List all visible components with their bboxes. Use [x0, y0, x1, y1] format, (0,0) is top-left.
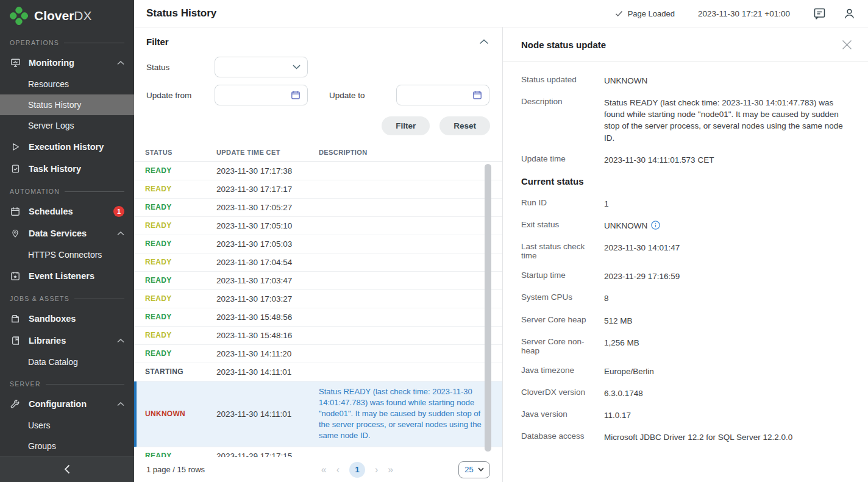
- filter-button[interactable]: Filter: [382, 116, 430, 135]
- sidebar-item-groups[interactable]: Groups: [0, 436, 134, 456]
- sidebar-item-label: Libraries: [29, 336, 109, 346]
- sidebar-item-sandboxes[interactable]: Sandboxes: [0, 308, 134, 330]
- sidebar-item-event-listeners[interactable]: Event Listeners: [0, 265, 134, 287]
- column-header-status: STATUS: [145, 149, 216, 156]
- detail-row: Update time 2023-11-30 14:11:01.573 CET: [521, 154, 851, 166]
- detail-row: Server Core non-heap 1,256 MB: [521, 337, 851, 355]
- detail-row: Run ID 1: [521, 198, 851, 210]
- status-cell: READY: [145, 331, 216, 339]
- sidebar-item-label: Sandboxes: [29, 314, 124, 324]
- table-header: STATUS UPDATE TIME CET DESCRIPTION: [134, 144, 502, 162]
- sidebar-item-configuration[interactable]: Configuration: [0, 393, 134, 415]
- info-icon[interactable]: [651, 221, 660, 230]
- monitor-icon: [10, 58, 21, 68]
- wrench-icon: [10, 399, 21, 409]
- table-row[interactable]: READY 2023-11-29 17:17:15: [134, 447, 502, 457]
- calendar-star-icon: [10, 271, 21, 281]
- page-loaded-status[interactable]: Page Loaded: [615, 9, 675, 18]
- table-row[interactable]: READY 2023-11-30 17:04:54: [134, 253, 502, 272]
- sidebar-item-https-connectors[interactable]: HTTPS Connectors: [0, 244, 134, 265]
- sidebar-item-monitoring[interactable]: Monitoring: [0, 52, 134, 74]
- table-row[interactable]: READY 2023-11-30 14:11:20: [134, 345, 502, 363]
- schedules-badge: 1: [113, 206, 124, 217]
- status-history-table: READY 2023-11-30 17:17:38 READY 2023-11-…: [134, 162, 502, 457]
- table-row[interactable]: READY 2023-11-30 17:05:03: [134, 235, 502, 253]
- table-row[interactable]: READY 2023-11-30 17:03:27: [134, 290, 502, 308]
- section-server: SERVER: [0, 372, 134, 393]
- detail-row: Status updated UNKNOWN: [521, 75, 851, 87]
- table-row[interactable]: READY 2023-11-30 17:05:27: [134, 199, 502, 217]
- update-time-cell: 2023-11-30 17:05:27: [216, 203, 319, 212]
- node-status-detail-panel: Node status update Status updated UNKNOW…: [502, 27, 868, 482]
- status-filter-label: Status: [146, 63, 215, 72]
- update-time-cell: 2023-11-30 14:11:01: [216, 367, 319, 377]
- filter-collapse-button[interactable]: [478, 38, 490, 46]
- reset-button[interactable]: Reset: [439, 116, 490, 135]
- table-row-selected[interactable]: UNKNOWN 2023-11-30 14:11:01 Status READY…: [134, 381, 502, 447]
- sidebar-item-resources[interactable]: Resources: [0, 74, 134, 94]
- table-row[interactable]: READY 2023-11-30 17:03:47: [134, 272, 502, 290]
- close-icon[interactable]: [842, 40, 852, 50]
- sidebar-item-execution-history[interactable]: Execution History: [0, 136, 134, 158]
- status-cell: STARTING: [145, 367, 216, 376]
- sidebar-item-server-logs[interactable]: Server Logs: [0, 115, 134, 136]
- sidebar-item-task-history[interactable]: Task History: [0, 158, 134, 180]
- check-icon: [615, 10, 623, 17]
- table-row[interactable]: READY 2023-11-30 15:48:56: [134, 308, 502, 327]
- sidebar-item-status-history[interactable]: Status History: [0, 94, 134, 115]
- update-from-label: Update from: [146, 91, 215, 100]
- update-to-input[interactable]: [396, 85, 489, 105]
- column-header-description: DESCRIPTION: [319, 149, 502, 156]
- sidebar-item-label: Data Services: [29, 229, 109, 238]
- sidebar-item-users[interactable]: Users: [0, 415, 134, 436]
- sidebar: CloverDX OPERATIONS Monitoring Resources…: [0, 0, 134, 482]
- status-history-panel: Filter Status Update from U: [134, 27, 502, 482]
- data-services-pin-icon: [10, 229, 21, 238]
- status-filter-select[interactable]: [215, 57, 308, 77]
- detail-row: System CPUs 8: [521, 292, 851, 304]
- sidebar-item-data-services[interactable]: Data Services: [0, 222, 134, 244]
- update-from-input[interactable]: [215, 85, 308, 105]
- calendar-icon: [291, 90, 301, 100]
- update-time-cell: 2023-11-30 17:03:47: [216, 276, 319, 285]
- table-row[interactable]: READY 2023-11-30 15:48:16: [134, 327, 502, 345]
- sidebar-item-libraries[interactable]: Libraries: [0, 330, 134, 352]
- first-page-button[interactable]: «: [321, 464, 327, 475]
- status-cell: READY: [145, 276, 216, 285]
- update-time-cell: 2023-11-30 17:05:03: [216, 239, 319, 249]
- sidebar-item-label: Schedules: [29, 207, 105, 216]
- current-page-button[interactable]: 1: [349, 462, 365, 478]
- sidebar-item-label: Event Listeners: [29, 271, 124, 281]
- user-icon[interactable]: [843, 7, 856, 20]
- detail-row: Java timezone Europe/Berlin: [521, 366, 851, 377]
- section-automation: AUTOMATION: [0, 180, 134, 200]
- previous-page-button[interactable]: ‹: [336, 464, 340, 475]
- sidebar-collapse-button[interactable]: [0, 456, 134, 482]
- update-time-cell: 2023-11-30 15:48:56: [216, 313, 319, 322]
- sidebar-item-label: Task History: [29, 164, 124, 174]
- table-row[interactable]: READY 2023-11-30 17:17:38: [134, 162, 502, 180]
- update-time-cell: 2023-11-30 17:17:17: [216, 185, 319, 194]
- calendar-icon: [10, 207, 21, 216]
- status-cell: READY: [145, 294, 216, 303]
- chevron-up-icon: [117, 338, 124, 343]
- table-row[interactable]: STARTING 2023-11-30 14:11:01: [134, 363, 502, 381]
- status-cell: READY: [145, 185, 216, 193]
- chevron-up-icon: [117, 231, 124, 236]
- status-cell: READY: [145, 203, 216, 211]
- detail-row: CloverDX version 6.3.0.1748: [521, 388, 851, 399]
- feedback-icon[interactable]: [813, 7, 826, 20]
- next-page-button[interactable]: ›: [375, 464, 378, 475]
- update-time-cell: 2023-11-29 17:17:15: [216, 452, 319, 457]
- table-row[interactable]: READY 2023-11-30 17:05:10: [134, 217, 502, 235]
- table-scrollbar[interactable]: [485, 164, 491, 452]
- chevron-up-icon: [117, 402, 124, 406]
- sidebar-item-label: Configuration: [29, 399, 109, 409]
- main-area: Status History Page Loaded 2023-11-30 17…: [134, 0, 868, 482]
- update-time-cell: 2023-11-30 17:04:54: [216, 258, 319, 267]
- page-size-select[interactable]: 25: [458, 461, 490, 478]
- sidebar-item-schedules[interactable]: Schedules 1: [0, 200, 134, 222]
- table-row[interactable]: READY 2023-11-30 17:17:17: [134, 180, 502, 199]
- last-page-button[interactable]: »: [388, 464, 393, 475]
- sidebar-item-data-catalog[interactable]: Data Catalog: [0, 352, 134, 372]
